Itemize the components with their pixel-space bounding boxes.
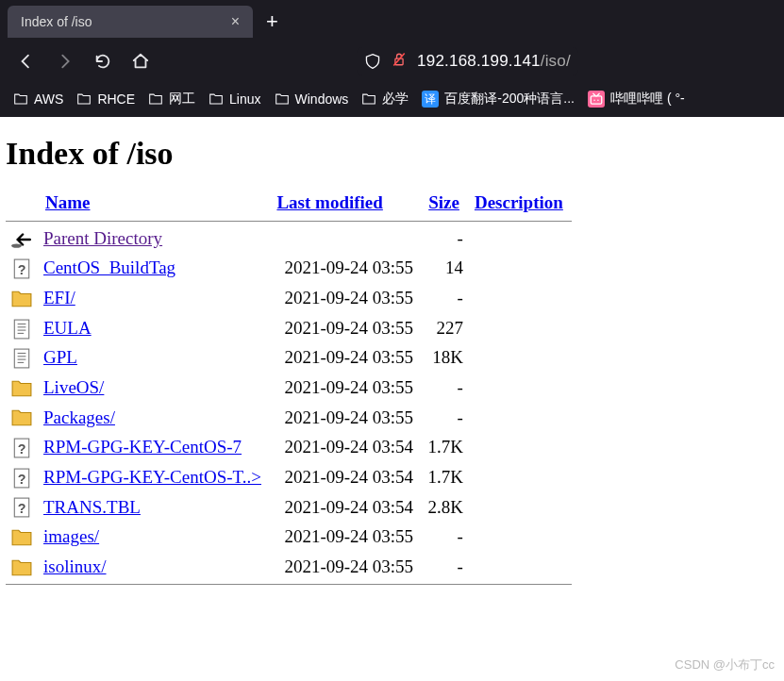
file-modified: 2021-09-24 03:54 — [269, 492, 420, 523]
row-icon — [6, 403, 38, 433]
bookmark-item[interactable]: Linux — [209, 91, 260, 107]
file-link[interactable]: RPM-GPG-KEY-CentOS-7 — [43, 437, 242, 457]
file-size: 2.8K — [421, 492, 467, 523]
table-row: GPL2021-09-24 03:5518K — [6, 343, 572, 374]
translate-icon: 译 — [422, 91, 439, 108]
folder-icon — [275, 92, 290, 106]
col-modified[interactable]: Last modified — [269, 189, 420, 219]
bookmark-label: Windows — [295, 91, 349, 107]
directory-listing: Name Last modified Size Description Pare… — [6, 189, 572, 587]
file-modified: 2021-09-24 03:55 — [269, 522, 420, 552]
row-icon — [6, 373, 38, 403]
file-link[interactable]: images/ — [43, 526, 99, 546]
reload-button[interactable] — [87, 45, 119, 77]
shield-icon — [364, 53, 381, 70]
row-icon — [6, 343, 38, 374]
bookmark-label: RHCE — [97, 91, 135, 107]
file-link[interactable]: LiveOS/ — [43, 377, 104, 397]
col-size[interactable]: Size — [421, 189, 467, 219]
table-row: TRANS.TBL2021-09-24 03:542.8K — [6, 492, 572, 523]
file-link[interactable]: Parent Directory — [43, 228, 162, 248]
bookmark-item[interactable]: 哔哩哔哩 ( °- — [588, 91, 685, 108]
folder-icon — [361, 92, 376, 106]
file-size: 18K — [421, 343, 467, 374]
file-link[interactable]: Packages/ — [43, 407, 115, 427]
table-row: RPM-GPG-KEY-CentOS-72021-09-24 03:541.7K — [6, 432, 572, 462]
file-size: 14 — [421, 254, 467, 284]
row-icon — [6, 552, 38, 582]
file-size: - — [421, 373, 467, 403]
file-modified: 2021-09-24 03:54 — [269, 432, 420, 462]
file-modified: 2021-09-24 03:54 — [269, 462, 420, 492]
url-bar[interactable]: 192.168.199.141/iso/ — [357, 47, 578, 75]
file-link[interactable]: EULA — [43, 318, 92, 338]
file-size: 1.7K — [421, 462, 467, 492]
table-row: RPM-GPG-KEY-CentOS-T..>2021-09-24 03:541… — [6, 462, 572, 492]
close-icon[interactable]: × — [231, 13, 240, 30]
file-modified: 2021-09-24 03:55 — [269, 283, 420, 313]
bookmark-label: 哔哩哔哩 ( °- — [610, 91, 685, 108]
folder-icon — [13, 92, 28, 106]
tab-title: Index of /iso — [21, 14, 92, 29]
new-tab-button[interactable]: + — [260, 9, 284, 34]
folder-icon — [209, 92, 224, 106]
file-size: - — [421, 552, 467, 582]
file-link[interactable]: RPM-GPG-KEY-CentOS-T..> — [43, 467, 261, 487]
bookmark-item[interactable]: 网工 — [148, 91, 195, 108]
folder-icon — [76, 92, 92, 106]
file-size: - — [421, 522, 467, 552]
forward-button[interactable] — [49, 45, 81, 77]
toolbar: 192.168.199.141/iso/ — [0, 38, 784, 85]
table-row: EFI/2021-09-24 03:55- — [6, 283, 572, 313]
table-row: Packages/2021-09-24 03:55- — [6, 403, 572, 433]
file-size: - — [421, 403, 467, 433]
file-size: - — [421, 283, 467, 313]
bilibili-icon — [588, 91, 605, 108]
bookmark-label: 百度翻译-200种语言... — [444, 91, 575, 108]
table-row: CentOS_BuildTag2021-09-24 03:5514 — [6, 254, 572, 284]
file-link[interactable]: TRANS.TBL — [43, 497, 141, 517]
file-link[interactable]: CentOS_BuildTag — [43, 257, 175, 277]
bookmark-label: 网工 — [169, 91, 195, 108]
browser-tab[interactable]: Index of /iso × — [8, 6, 253, 38]
bookmark-label: 必学 — [382, 91, 409, 108]
file-size: 1.7K — [421, 432, 467, 462]
col-name[interactable]: Name — [38, 189, 269, 219]
row-icon — [6, 283, 38, 313]
bookmark-item[interactable]: 必学 — [361, 91, 409, 108]
file-modified: 2021-09-24 03:55 — [269, 313, 420, 343]
table-row: images/2021-09-24 03:55- — [6, 522, 572, 552]
file-modified: 2021-09-24 03:55 — [269, 343, 420, 374]
bookmark-label: AWS — [34, 91, 63, 107]
folder-icon — [148, 92, 163, 106]
back-button[interactable] — [11, 45, 43, 77]
home-button[interactable] — [125, 45, 157, 77]
bookmark-item[interactable]: Windows — [275, 91, 349, 107]
file-modified: 2021-09-24 03:55 — [269, 552, 420, 582]
row-icon — [6, 462, 38, 492]
table-row: Parent Directory- — [6, 224, 572, 254]
bookmark-item[interactable]: AWS — [13, 91, 63, 107]
file-modified: 2021-09-24 03:55 — [269, 254, 420, 284]
table-row: isolinux/2021-09-24 03:55- — [6, 552, 572, 582]
file-link[interactable]: EFI/ — [43, 288, 75, 307]
row-icon — [6, 432, 38, 462]
page-title: Index of /iso — [6, 136, 778, 172]
row-icon — [6, 254, 38, 284]
row-icon — [6, 313, 38, 343]
col-desc[interactable]: Description — [467, 189, 572, 219]
url-text: 192.168.199.141/iso/ — [417, 52, 571, 71]
bookmark-label: Linux — [229, 91, 260, 107]
insecure-lock-icon — [391, 51, 408, 72]
table-row: EULA2021-09-24 03:55227 — [6, 313, 572, 343]
file-modified — [269, 224, 420, 254]
file-link[interactable]: GPL — [43, 347, 77, 367]
page-content: Index of /iso Name Last modified Size De… — [0, 117, 784, 624]
table-row: LiveOS/2021-09-24 03:55- — [6, 373, 572, 403]
file-link[interactable]: isolinux/ — [43, 556, 107, 576]
bookmark-item[interactable]: RHCE — [76, 91, 135, 107]
bookmark-item[interactable]: 译百度翻译-200种语言... — [422, 91, 575, 108]
bookmarks-bar: AWSRHCE网工LinuxWindows必学译百度翻译-200种语言...哔哩… — [0, 85, 784, 117]
file-modified: 2021-09-24 03:55 — [269, 373, 420, 403]
file-size: - — [421, 224, 467, 254]
